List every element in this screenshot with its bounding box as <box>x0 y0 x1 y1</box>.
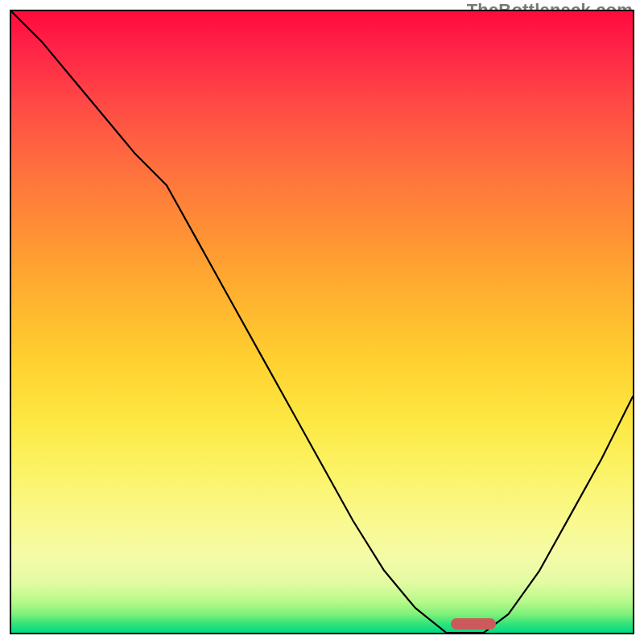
chart-background-gradient <box>11 11 633 633</box>
chart-frame <box>10 10 634 634</box>
bottleneck-marker <box>451 618 496 630</box>
